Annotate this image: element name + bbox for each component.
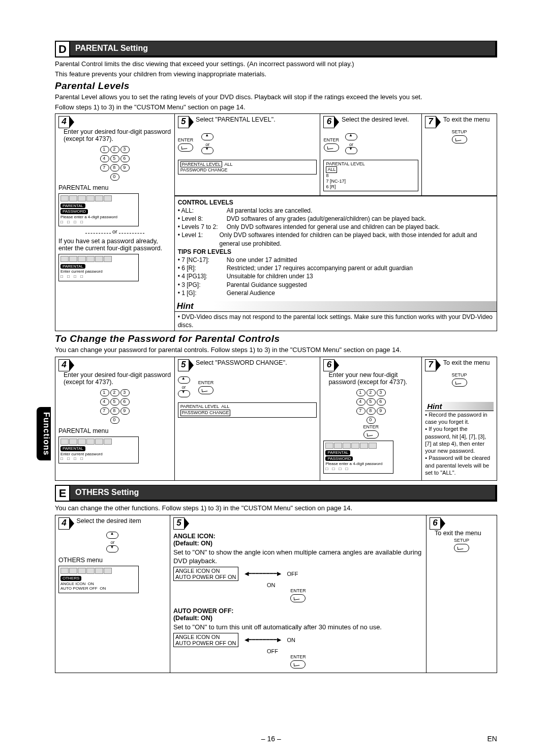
- enter-label: ENTER: [173, 654, 423, 659]
- pw-step-4: 4: [58, 359, 70, 371]
- step-7: 7: [425, 116, 436, 128]
- change-password-intro: You can change your password for parenta…: [55, 345, 497, 355]
- parental-menu-screen-alt: PARENTAL Enter current password □ □ □ □: [58, 254, 139, 281]
- parental-menu-label: PARENTAL menu: [58, 427, 171, 434]
- pw-step-7: 7: [425, 359, 436, 371]
- parental-menu-label: PARENTAL menu: [58, 184, 171, 191]
- up-down-icon: or: [58, 532, 167, 554]
- pw-step-5: 5: [178, 359, 189, 371]
- up-down-icon: or: [201, 133, 214, 156]
- parental-levels-intro-2: Follow steps 1) to 3) in the "CUSTOM Men…: [55, 103, 497, 112]
- setup-label: SETUP: [425, 372, 494, 377]
- step-5-text: Select "PARENTAL LEVEL".: [196, 116, 276, 123]
- up-down-icon: or: [345, 133, 357, 156]
- enter-icon: [290, 594, 306, 602]
- hint-body: • DVD-Video discs may not respond to the…: [175, 312, 497, 331]
- hint-heading: Hint: [175, 301, 497, 312]
- keypad-icon: 123 456 789 0: [323, 388, 418, 424]
- enter-label: ENTER: [178, 137, 194, 142]
- others-step-4-text: Select the desired item: [76, 517, 141, 525]
- setup-icon: [452, 135, 467, 143]
- change-password-heading: To Change the Password for Parental Cont…: [55, 333, 497, 344]
- pw-step-5-text: Select "PASSWORD CHANGE".: [196, 359, 287, 366]
- enter-label: ENTER: [198, 380, 214, 385]
- pw-step-6: 6: [323, 359, 334, 371]
- step-6: 6: [323, 116, 334, 128]
- hint-body-2: • Record the password in case you forget…: [425, 411, 494, 477]
- setup-icon: [452, 379, 467, 387]
- others-step-5: 5: [173, 517, 185, 530]
- enter-icon: [290, 660, 306, 668]
- section-d-header: D PARENTAL Setting: [55, 41, 497, 57]
- pw-step-6-text: Enter your new four-digit password (exce…: [328, 371, 418, 386]
- enter-icon: [324, 143, 339, 152]
- angle-option-row: ANGLE ICON ONAUTO POWER OFF ON ◀━━━━━━━━…: [173, 567, 423, 581]
- step-4: 4: [58, 116, 70, 128]
- e-intro: You can change the other functions. Foll…: [55, 504, 497, 513]
- setup-icon: [454, 544, 469, 552]
- page-number: – 16 –: [261, 735, 281, 743]
- page-footer: – 16 – EN: [55, 735, 497, 743]
- parental-levels-intro-1: Parental Level allows you to set the rat…: [55, 93, 497, 102]
- apo-option-row: ANGLE ICON ONAUTO POWER OFF ON ◀━━━━━━━━…: [173, 633, 423, 647]
- section-letter-d: D: [55, 41, 70, 57]
- d-intro-1: Parental Control limits the disc viewing…: [55, 60, 497, 69]
- angle-icon-default: (Default: ON): [173, 540, 212, 547]
- menu-password-change-list: PARENTAL LEVEL ALL PASSWORD CHANGE: [178, 402, 317, 418]
- level-select-list: PARENTAL LEVEL ALL 8 7 [NC-17] 6 [R]: [323, 160, 418, 191]
- enter-icon: [198, 386, 214, 394]
- setup-label: SETUP: [430, 538, 494, 543]
- enter-icon: [178, 143, 193, 152]
- step-5: 5: [178, 116, 189, 128]
- pw-step-7-text: To exit the menu: [443, 359, 490, 366]
- parental-menu-screen-pw: PARENTAL Enter current password □ □ □ □: [58, 437, 139, 463]
- parental-menu-screen: PARENTAL PASSWORD Please enter a 4-digit…: [58, 193, 139, 226]
- change-password-steps: 4 Enter your desired four-digit password…: [55, 357, 497, 481]
- menu-parental-level-list: PARENTAL LEVEL ALL PASSWORD CHANGE: [178, 160, 317, 175]
- step-7-text: To exit the menu: [443, 116, 490, 123]
- others-step-6: 6: [430, 517, 441, 530]
- others-menu-screen: OTHERS ANGLE ICON ON AUTO POWER OFF ON: [58, 566, 139, 593]
- parental-levels-steps: 4 Enter your desired four-digit password…: [55, 113, 497, 331]
- enter-label: ENTER: [323, 424, 418, 429]
- page-content: D PARENTAL Setting Parental Control limi…: [55, 41, 497, 673]
- auto-power-off-title: AUTO POWER OFF:: [173, 607, 234, 615]
- parental-levels-heading: Parental Levels: [55, 80, 497, 92]
- angle-icon-desc: Set to "ON" to show the angle icon when …: [173, 548, 423, 566]
- section-title-e: OTHERS Setting: [70, 485, 497, 502]
- auto-power-off-default: (Default: ON): [173, 615, 212, 622]
- section-letter-e: E: [55, 485, 70, 502]
- step-6-text: Select the desired level.: [342, 116, 409, 123]
- auto-power-off-desc: Set to "ON" to turn this unit off automa…: [173, 623, 423, 632]
- others-menu-label: OTHERS menu: [58, 557, 167, 564]
- step-4-alt: If you have set a password already, ente…: [58, 238, 171, 252]
- angle-icon-title: ANGLE ICON:: [173, 533, 216, 540]
- others-steps: 4 Select the desired item or OTHERS menu…: [55, 515, 497, 673]
- others-step-4: 4: [58, 517, 70, 530]
- up-down-icon: or: [178, 376, 190, 399]
- hint-heading-2: Hint: [425, 402, 494, 411]
- enter-label: ENTER: [173, 588, 423, 593]
- enter-label: ENTER: [323, 137, 339, 142]
- new-password-screen: PARENTAL PASSWORD Please enter a 4-digit…: [323, 441, 393, 474]
- section-e-header: E OTHERS Setting: [55, 485, 497, 502]
- control-levels-block: CONTROL LEVELS • ALL:All parental locks …: [175, 196, 497, 299]
- side-tab-functions: Functions: [37, 407, 51, 460]
- page-lang: EN: [487, 735, 497, 743]
- keypad-icon: 123 456 789 0: [58, 144, 171, 181]
- section-title-d: PARENTAL Setting: [70, 41, 497, 57]
- pw-step-4-text: Enter your desired four-digit password (…: [64, 371, 171, 386]
- keypad-icon: 123 456 789 0: [58, 388, 171, 424]
- enter-icon: [363, 430, 379, 439]
- d-intro-2: This feature prevents your children from…: [55, 70, 497, 79]
- step-4-text: Enter your desired four-digit password (…: [64, 128, 171, 142]
- others-step-6-text: To exit the menu: [435, 530, 481, 537]
- setup-label: SETUP: [425, 129, 494, 134]
